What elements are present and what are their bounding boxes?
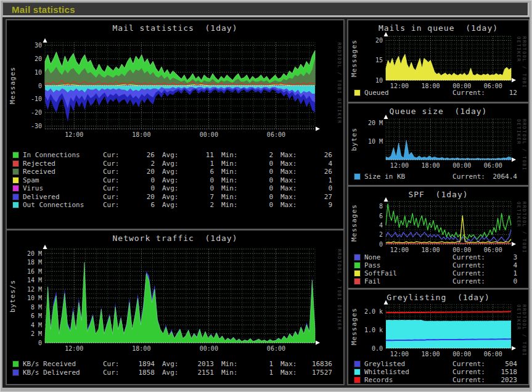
legend-current-key: Current: [442, 253, 485, 261]
legend-swatch [13, 194, 18, 200]
legend-stat-key: Min: [221, 369, 242, 377]
svg-text:20: 20 [35, 55, 42, 62]
legend-current-key: Current: [442, 269, 485, 277]
rrdtool-watermark: RRDTOOL / TOBI OETIKER [337, 43, 342, 141]
legend-swatch [13, 186, 18, 191]
legend-stat-value: 0 [242, 193, 273, 201]
legend-row: VirusCur:0Avg:0Min:0Max:0 [13, 184, 341, 193]
legend-label: Rejected [23, 160, 96, 168]
svg-text:12:00: 12:00 [390, 162, 409, 169]
legend-stat-value: 7 [183, 193, 214, 201]
legend-stat-value: 1 [242, 369, 273, 377]
legend-stat-key: Cur: [103, 360, 124, 368]
legend-row: WhitelistedCurrent:1518 [354, 368, 526, 376]
legend-swatch [13, 361, 18, 367]
legend-row: RejectedCur:2Avg:1Min:0Max:4 [13, 160, 341, 168]
legend-current-value: 504 [485, 360, 517, 368]
svg-text:00:00: 00:00 [452, 351, 471, 357]
legend-row: SoftFailCurrent:1 [354, 269, 526, 277]
legend-swatch [354, 369, 360, 375]
legend-row: NoneCurrent:3 [354, 253, 526, 261]
legend-stat-key: Cur: [103, 184, 124, 192]
legend-label: Size in KB [364, 173, 405, 181]
svg-text:12:00: 12:00 [65, 131, 83, 138]
spf-legend: NoneCurrent:3PassCurrent:4SoftFailCurren… [354, 253, 526, 285]
legend-swatch [354, 263, 360, 268]
legend-stat-key: Max: [280, 369, 301, 377]
legend-stat-value: 1858 [124, 369, 155, 377]
svg-text:18 M: 18 M [27, 259, 42, 266]
svg-text:-20: -20 [31, 109, 42, 116]
legend-row: In ConnectionsCur:26Avg:11Min:2Max:26 [13, 151, 341, 160]
legend-stat-value: 2 [124, 160, 155, 168]
legend-stat-key: Avg: [162, 193, 183, 201]
legend-label: Spam [23, 176, 96, 184]
svg-text:16 M: 16 M [27, 268, 42, 275]
legend-stat-value: 0 [124, 176, 155, 184]
svg-text:10 M: 10 M [27, 295, 42, 301]
legend-stat-key: Max: [280, 184, 301, 192]
legend-current-key: Current: [442, 277, 485, 285]
legend-stat-key: Max: [280, 160, 301, 168]
legend-stat-value: 6 [183, 168, 214, 176]
svg-text:06:00: 06:00 [484, 351, 502, 357]
svg-text:0: 0 [38, 83, 42, 89]
legend-stat-value: 2151 [183, 369, 214, 377]
legend-stat-value: 0 [242, 184, 273, 192]
panel-mails-in-queue: Mails in queue (1day) Messages 10152012:… [347, 19, 530, 103]
svg-text:12:00: 12:00 [390, 351, 409, 357]
svg-text:18:00: 18:00 [132, 131, 150, 138]
legend-current-value: 12 [485, 89, 517, 97]
legend-stat-value: 0 [242, 201, 273, 209]
legend-stat-value: 1 [183, 160, 214, 168]
legend-stat-key: Max: [280, 201, 301, 209]
legend-current-value: 0 [485, 277, 517, 285]
legend-swatch [13, 161, 18, 166]
app-window: Mail statistics Mail statistics (1day) M… [0, 0, 532, 392]
svg-text:12:00: 12:00 [390, 247, 409, 253]
legend-stat-value: 0 [242, 168, 273, 176]
legend-stat-key: Avg: [162, 176, 183, 184]
svg-text:6 M: 6 M [31, 312, 42, 319]
legend-row: QueuedCurrent:12 [354, 89, 526, 97]
legend-current-value: 1518 [485, 368, 517, 376]
svg-text:00:00: 00:00 [200, 345, 218, 352]
legend-stat-key: Avg: [162, 168, 183, 176]
legend-label: Delivered [23, 193, 96, 201]
legend-stat-value: 26 [124, 151, 155, 159]
rrdtool-watermark: RRDTOOL / TOBI OETIKER [516, 304, 527, 361]
mail-statistics-legend: In ConnectionsCur:26Avg:11Min:2Max:26Rej… [13, 151, 341, 210]
svg-text:00:00: 00:00 [200, 131, 218, 138]
legend-row: RecordsCurrent:2023 [354, 376, 526, 384]
legend-current-key: Current: [442, 261, 485, 269]
svg-text:2.0 k: 2.0 k [364, 308, 383, 315]
svg-text:8: 8 [379, 203, 383, 210]
svg-text:1.0 k: 1.0 k [364, 327, 383, 333]
legend-stat-value: 2 [242, 151, 273, 159]
svg-text:20 M: 20 M [27, 250, 42, 257]
legend-label: Out Connections [23, 201, 96, 209]
svg-text:06:00: 06:00 [484, 247, 502, 253]
dashboard-content: Mail statistics (1day) Messages -30-20-1… [2, 17, 530, 388]
legend-stat-key: Max: [280, 193, 301, 201]
legend-current-value: 4 [485, 261, 517, 269]
legend-label: SoftFail [364, 269, 397, 277]
svg-text:6: 6 [379, 213, 383, 219]
network-traffic-legend: KB/s ReceivedCur:1894Avg:2013Min:1Max:16… [13, 360, 341, 377]
legend-current-key: Current: [442, 376, 485, 384]
legend-stat-value: 17527 [301, 369, 332, 377]
legend-label: Queued [364, 89, 389, 97]
legend-label: Pass [364, 261, 381, 269]
legend-label: Virus [23, 184, 96, 192]
legend-current-key: Current: [442, 368, 485, 376]
svg-text:06:00: 06:00 [484, 162, 502, 169]
legend-swatch [354, 90, 360, 96]
legend-stat-key: Max: [280, 168, 301, 176]
legend-stat-key: Cur: [103, 193, 124, 201]
legend-stat-value: 20 [124, 193, 155, 201]
svg-text:4: 4 [379, 222, 383, 229]
legend-stat-value: 9 [301, 201, 332, 209]
legend-stat-value: 0 [183, 184, 214, 192]
svg-text:2: 2 [379, 231, 383, 238]
legend-stat-value: 2013 [183, 360, 214, 368]
